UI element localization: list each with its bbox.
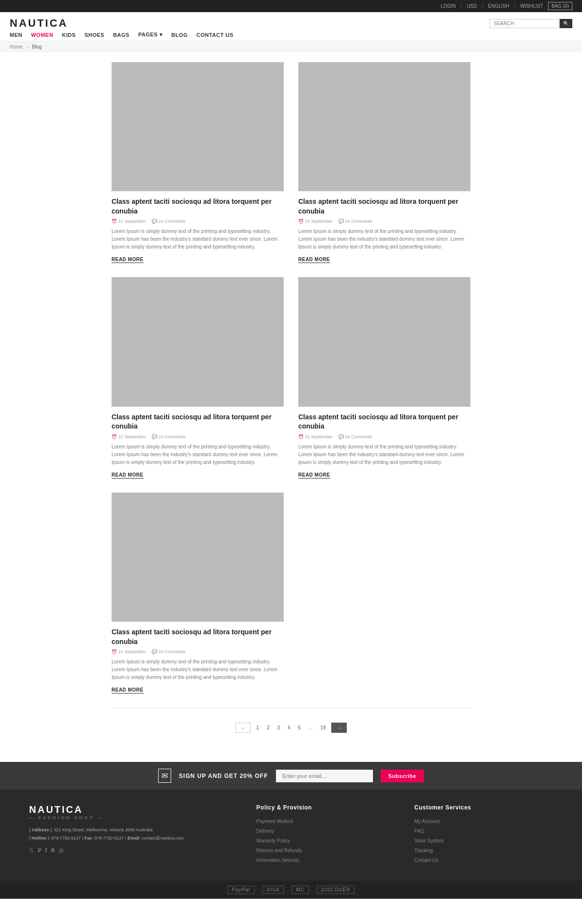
nav-search: 🔍 <box>489 19 572 28</box>
mc-badge: MC <box>291 886 309 894</box>
comment-icon-1: 💬 <box>339 219 344 224</box>
blog-comments-3: 💬 24 Comments <box>339 434 372 439</box>
blog-date-2: ⏰ 21 September <box>112 434 146 439</box>
bag-icon[interactable]: BAG (0) <box>548 2 572 10</box>
comment-icon-3: 💬 <box>339 434 344 439</box>
page-3[interactable]: 3 <box>275 723 282 732</box>
blog-meta-1: ⏰ 21 September 💬 24 Comments <box>298 219 470 224</box>
currency-link[interactable]: USD <box>467 3 477 9</box>
nav-wrapper: NAUTICA 🔍 MENWOMENKIDSSHOESBAGSPAGES ▾BL… <box>0 12 582 41</box>
blog-excerpt-2: Lorem Ipsum is simply dummy text of the … <box>112 443 284 466</box>
pinterest-icon[interactable]: 𝐏 <box>38 847 41 854</box>
nav-item-kids[interactable]: KIDS <box>62 32 76 38</box>
page-5[interactable]: 5 <box>296 723 304 732</box>
footer-logo: NAUTICA <box>29 804 237 815</box>
policy-link-warranty-policy[interactable]: Warranty Policy <box>257 838 291 843</box>
blog-excerpt-1: Lorem Ipsum is simply dummy text of the … <box>298 228 470 251</box>
twitter-icon[interactable]: 𝕏 <box>29 847 34 854</box>
next-page-button[interactable]: → <box>331 723 347 733</box>
breadcrumb-current: Blog <box>32 44 42 50</box>
pagination: ← 1 2 3 4 5 ... 19 → <box>112 723 470 733</box>
search-button[interactable]: 🔍 <box>560 19 572 28</box>
footer-logo-sub: — FASHION SHOP — <box>29 815 237 820</box>
page-1[interactable]: 1 <box>254 723 261 732</box>
blog-meta-3: ⏰ 21 September 💬 24 Comments <box>298 434 470 439</box>
read-more-4[interactable]: READ MORE <box>112 687 144 693</box>
customer-link-my-account[interactable]: My Account <box>414 819 439 824</box>
nav-item-women[interactable]: WOMEN <box>31 32 53 38</box>
nav-item-contact-us[interactable]: CONTACT US <box>196 32 233 38</box>
nav-item-blog[interactable]: BLOG <box>171 32 188 38</box>
search-input[interactable] <box>489 19 560 28</box>
comment-icon-0: 💬 <box>152 219 157 224</box>
facebook-icon[interactable]: 𝐟 <box>45 847 47 854</box>
separator-2: | <box>482 3 484 9</box>
nav-item-pages[interactable]: PAGES ▾ <box>138 32 162 38</box>
blog-item-0: Class aptent taciti sociosqu ad litora t… <box>112 62 284 263</box>
nav-top: NAUTICA 🔍 <box>0 12 582 32</box>
page-ellipsis: ... <box>306 723 315 732</box>
read-more-3[interactable]: READ MORE <box>298 472 330 478</box>
clock-icon-0: ⏰ <box>112 219 117 224</box>
page-19[interactable]: 19 <box>318 723 328 732</box>
hotline-label: [ Hotline ]: <box>29 836 50 841</box>
read-more-2[interactable]: READ MORE <box>112 472 144 478</box>
blog-item-3: Class aptent taciti sociosqu ad litora t… <box>298 277 470 478</box>
login-link[interactable]: LOGIN <box>441 3 456 9</box>
footer-customer-list: My AccountFAQStore SystemTrackingContact… <box>414 818 553 863</box>
policy-link-returns-and-refunds[interactable]: Returns and Refunds <box>257 848 303 853</box>
footer-address: [ Address ]: 321 King Street, Melbourne,… <box>29 826 237 842</box>
email-label: | Email: <box>125 836 140 841</box>
email-icon: ✉ <box>158 769 171 783</box>
comment-icon-2: 💬 <box>152 434 157 439</box>
blog-comments-0: 💬 24 Comments <box>152 219 186 224</box>
breadcrumb-arrow: → <box>25 45 30 50</box>
footer-customer-title: Customer Services <box>414 804 553 811</box>
customer-link-store-system[interactable]: Store System <box>414 838 443 843</box>
blog-title-4: Class aptent taciti sociosqu ad litora t… <box>112 627 284 646</box>
signup-button[interactable]: Subscribe <box>381 770 424 782</box>
blog-title-3: Class aptent taciti sociosqu ad litora t… <box>298 412 470 431</box>
clock-icon-3: ⏰ <box>298 434 304 439</box>
fax-value: 079-7782-9137 <box>95 836 124 841</box>
footer-signup: ✉ SIGN UP AND GET 20% OFF Subscribe <box>0 762 582 790</box>
instagram-icon[interactable]: ◎ <box>59 847 64 854</box>
blog-date-1: ⏰ 21 September <box>298 219 333 224</box>
policy-link-information-security[interactable]: Information Security <box>257 858 300 863</box>
blog-comments-2: 💬 24 Comments <box>152 434 186 439</box>
blog-image-2 <box>112 277 284 406</box>
page-2[interactable]: 2 <box>264 723 272 732</box>
read-more-0[interactable]: READ MORE <box>112 257 144 263</box>
main-content: Class aptent taciti sociosqu ad litora t… <box>107 52 475 762</box>
blogger-icon[interactable]: 𝐁 <box>51 847 55 854</box>
top-bar: LOGIN | USD | ENGLISH | WISHLIST BAG (0) <box>0 0 582 12</box>
breadcrumb-home[interactable]: Home <box>10 44 23 50</box>
footer-main: NAUTICA — FASHION SHOP — [ Address ]: 32… <box>0 790 582 881</box>
read-more-1[interactable]: READ MORE <box>298 257 330 263</box>
customer-link-faq[interactable]: FAQ <box>414 828 424 834</box>
blog-image-1 <box>298 62 470 191</box>
policy-link-delivery[interactable]: Delivery <box>257 828 274 834</box>
customer-link-contact-us[interactable]: Contact Us <box>414 858 438 863</box>
nav-item-shoes[interactable]: SHOES <box>84 32 104 38</box>
footer-address-line: [ Address ]: 321 King Street, Melbourne,… <box>29 826 237 834</box>
policy-link-payment-method[interactable]: Payment Method <box>257 819 293 824</box>
blog-title-2: Class aptent taciti sociosqu ad litora t… <box>112 412 284 431</box>
blog-item-2: Class aptent taciti sociosqu ad litora t… <box>112 277 284 478</box>
paypal-badge: PayPal <box>227 886 255 894</box>
wishlist-link[interactable]: WISHLIST <box>520 3 543 9</box>
footer-customer-col: Customer Services My AccountFAQStore Sys… <box>414 804 553 866</box>
customer-link-tracking[interactable]: Tracking <box>414 848 433 853</box>
nav-item-men[interactable]: MEN <box>10 32 22 38</box>
prev-page-button[interactable]: ← <box>235 723 251 733</box>
nav-item-bags[interactable]: BAGS <box>113 32 129 38</box>
footer-policy-col: Policy & Provision Payment MethodDeliver… <box>257 804 395 866</box>
footer-policy-list: Payment MethodDeliveryWarranty PolicyRet… <box>257 818 395 863</box>
blog-title-0: Class aptent taciti sociosqu ad litora t… <box>112 197 284 216</box>
site-logo[interactable]: NAUTICA <box>10 17 68 30</box>
page-4[interactable]: 4 <box>285 723 293 732</box>
language-link[interactable]: ENGLISH <box>488 3 509 9</box>
discover-badge: DISCOVER <box>317 886 355 894</box>
blog-image-0 <box>112 62 284 191</box>
signup-email-input[interactable] <box>276 770 373 782</box>
